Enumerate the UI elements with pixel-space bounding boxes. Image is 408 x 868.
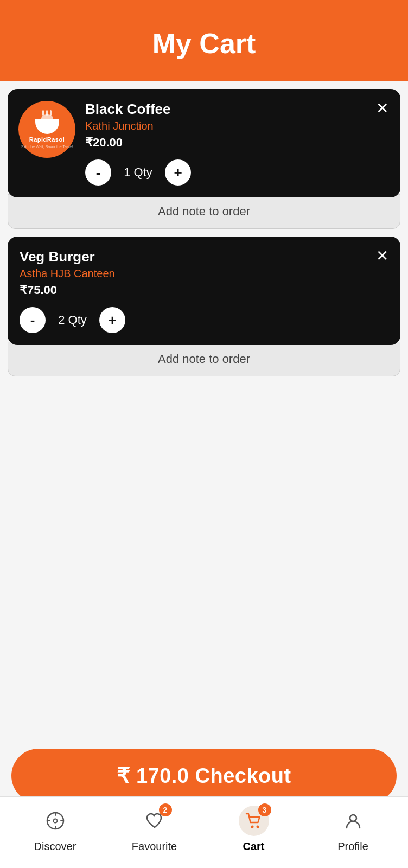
discover-icon xyxy=(46,811,65,831)
cart-badge: 3 xyxy=(258,803,271,816)
favourite-icon-wrap: 2 xyxy=(139,806,170,836)
nav-item-profile[interactable]: Profile xyxy=(326,806,380,853)
svg-point-6 xyxy=(251,826,253,828)
nav-label-cart: Cart xyxy=(243,840,264,853)
logo-bowl-icon xyxy=(35,119,59,134)
nav-item-discover[interactable]: Discover xyxy=(28,806,82,853)
cart-item-card-1: RapidRasoi Skip the Wait, Savor the Tast… xyxy=(8,89,400,197)
nav-item-favourite[interactable]: 2 Favourite xyxy=(127,806,182,853)
svg-point-1 xyxy=(53,819,57,823)
cart-item-card-2: Veg Burger Astha HJB Canteen ₹75.00 - 2 … xyxy=(8,237,400,345)
cart-item-details-2: Veg Burger Astha HJB Canteen ₹75.00 - 2 … xyxy=(20,248,390,333)
qty-decrease-2[interactable]: - xyxy=(20,307,46,333)
svg-point-7 xyxy=(256,826,259,828)
svg-point-8 xyxy=(350,815,356,821)
qty-increase-1[interactable]: + xyxy=(165,159,191,186)
cart-item-restaurant-1: Kathi Junction xyxy=(85,120,390,132)
nav-label-discover: Discover xyxy=(34,840,76,853)
cart-item-wrapper-2: Veg Burger Astha HJB Canteen ₹75.00 - 2 … xyxy=(8,237,400,376)
cart-item-name-1: Black Coffee xyxy=(85,101,390,118)
cart-item-details-1: Black Coffee Kathi Junction ₹20.00 - 1 Q… xyxy=(85,101,390,186)
profile-icon xyxy=(343,811,363,831)
page-title: My Cart xyxy=(11,27,397,60)
remove-item-2[interactable]: ✕ xyxy=(374,246,391,266)
add-note-1[interactable]: Add note to order xyxy=(8,194,400,229)
cart-content: RapidRasoi Skip the Wait, Savor the Tast… xyxy=(0,89,408,577)
discover-icon-wrap xyxy=(40,806,71,836)
profile-icon-wrap xyxy=(338,806,368,836)
logo-brand-name: RapidRasoi xyxy=(29,136,65,143)
nav-item-cart[interactable]: 3 Cart xyxy=(227,806,281,853)
cart-item-price-2: ₹75.00 xyxy=(20,283,390,297)
checkout-button[interactable]: ₹ 170.0 Checkout xyxy=(11,749,397,803)
remove-item-1[interactable]: ✕ xyxy=(374,99,391,118)
qty-controls-1: - 1 Qty + xyxy=(85,159,390,186)
nav-label-profile: Profile xyxy=(337,840,368,853)
favourite-badge: 2 xyxy=(159,803,172,816)
nav-label-favourite: Favourite xyxy=(132,840,177,853)
restaurant-logo-1: RapidRasoi Skip the Wait, Savor the Tast… xyxy=(18,101,75,158)
page-header: My Cart xyxy=(0,0,408,81)
cart-item-price-1: ₹20.00 xyxy=(85,136,390,150)
qty-value-2: 2 Qty xyxy=(58,313,87,327)
qty-controls-2: - 2 Qty + xyxy=(20,307,390,333)
cart-item-restaurant-2: Astha HJB Canteen xyxy=(20,267,390,280)
logo-brand-sub: Skip the Wait, Savor the Taste! xyxy=(21,145,73,149)
checkout-bar: ₹ 170.0 Checkout xyxy=(11,749,397,803)
bottom-nav: Discover 2 Favourite 3 Cart xyxy=(0,796,408,868)
qty-increase-2[interactable]: + xyxy=(99,307,125,333)
cart-item-wrapper-1: RapidRasoi Skip the Wait, Savor the Tast… xyxy=(8,89,400,229)
cart-icon-wrap: 3 xyxy=(239,806,269,836)
qty-decrease-1[interactable]: - xyxy=(85,159,111,186)
add-note-2[interactable]: Add note to order xyxy=(8,342,400,376)
cart-item-name-2: Veg Burger xyxy=(20,248,390,265)
qty-value-1: 1 Qty xyxy=(123,165,153,180)
